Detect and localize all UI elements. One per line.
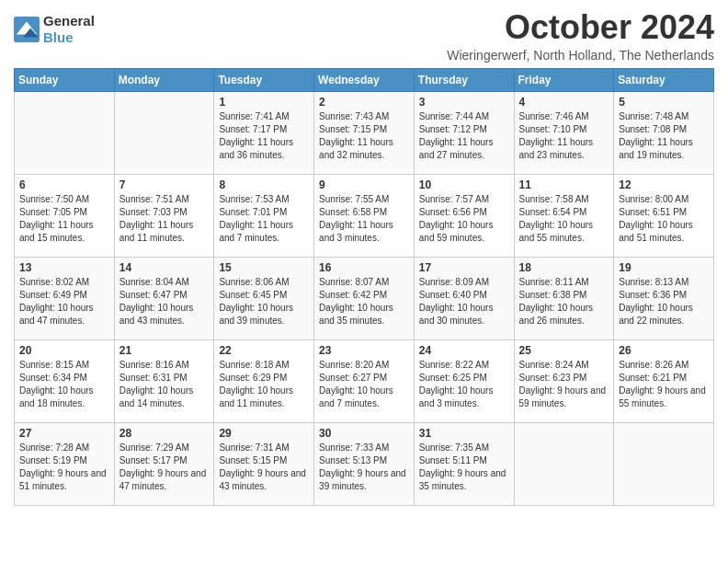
week-row-2: 6Sunrise: 7:50 AM Sunset: 7:05 PM Daylig… [15,174,714,257]
day-info: Sunrise: 7:50 AM Sunset: 7:05 PM Dayligh… [19,193,109,245]
day-number: 8 [219,178,309,191]
logo-icon [14,17,40,42]
calendar-cell: 21Sunrise: 8:16 AM Sunset: 6:31 PM Dayli… [114,339,214,422]
calendar-cell: 9Sunrise: 7:55 AM Sunset: 6:58 PM Daylig… [314,174,415,257]
weekday-header-friday: Friday [514,68,614,91]
location: Wieringerwerf, North Holland, The Nether… [447,48,714,63]
day-number: 29 [219,427,309,440]
day-number: 15 [219,261,309,274]
calendar-cell: 2Sunrise: 7:43 AM Sunset: 7:15 PM Daylig… [314,91,415,174]
day-info: Sunrise: 8:06 AM Sunset: 6:45 PM Dayligh… [219,276,309,327]
calendar-cell [114,91,214,174]
day-number: 27 [19,427,109,440]
calendar-cell: 14Sunrise: 8:04 AM Sunset: 6:47 PM Dayli… [114,257,214,339]
week-row-3: 13Sunrise: 8:02 AM Sunset: 6:49 PM Dayli… [15,257,714,339]
calendar-body: 1Sunrise: 7:41 AM Sunset: 7:17 PM Daylig… [15,91,714,505]
calendar-cell: 19Sunrise: 8:13 AM Sunset: 6:36 PM Dayli… [614,257,714,339]
day-info: Sunrise: 8:00 AM Sunset: 6:51 PM Dayligh… [619,193,709,245]
calendar-page: General Blue October 2024 Wieringerwerf,… [0,0,728,520]
calendar-cell: 18Sunrise: 8:11 AM Sunset: 6:38 PM Dayli… [514,257,614,339]
week-row-5: 27Sunrise: 7:28 AM Sunset: 5:19 PM Dayli… [15,422,714,505]
calendar-cell: 28Sunrise: 7:29 AM Sunset: 5:17 PM Dayli… [114,422,214,505]
calendar-cell: 22Sunrise: 8:18 AM Sunset: 6:29 PM Dayli… [214,339,314,422]
day-number: 6 [19,178,109,191]
day-number: 18 [519,261,609,274]
day-number: 23 [319,344,409,357]
weekday-header-monday: Monday [114,68,214,91]
calendar-cell: 25Sunrise: 8:24 AM Sunset: 6:23 PM Dayli… [514,339,614,422]
weekday-header-tuesday: Tuesday [214,68,314,91]
calendar-cell: 20Sunrise: 8:15 AM Sunset: 6:34 PM Dayli… [15,339,115,422]
day-info: Sunrise: 8:04 AM Sunset: 6:47 PM Dayligh… [119,276,210,327]
calendar-cell: 26Sunrise: 8:26 AM Sunset: 6:21 PM Dayli… [614,339,714,422]
day-info: Sunrise: 8:24 AM Sunset: 6:23 PM Dayligh… [519,359,609,410]
calendar-cell: 1Sunrise: 7:41 AM Sunset: 7:17 PM Daylig… [214,91,314,174]
weekday-header-sunday: Sunday [15,68,115,91]
day-number: 21 [119,344,210,357]
day-info: Sunrise: 7:57 AM Sunset: 6:56 PM Dayligh… [419,193,509,245]
day-info: Sunrise: 8:18 AM Sunset: 6:29 PM Dayligh… [219,359,309,410]
day-number: 31 [419,427,509,440]
day-number: 9 [319,178,409,191]
calendar-cell: 3Sunrise: 7:44 AM Sunset: 7:12 PM Daylig… [414,91,514,174]
month-title: October 2024 [447,9,714,46]
day-info: Sunrise: 7:55 AM Sunset: 6:58 PM Dayligh… [319,193,409,245]
day-number: 30 [319,427,409,440]
day-info: Sunrise: 7:53 AM Sunset: 7:01 PM Dayligh… [219,193,309,245]
day-info: Sunrise: 7:46 AM Sunset: 7:10 PM Dayligh… [519,110,609,162]
calendar-cell: 15Sunrise: 8:06 AM Sunset: 6:45 PM Dayli… [214,257,314,339]
calendar-cell [614,422,714,505]
day-number: 19 [619,261,709,274]
calendar-cell: 24Sunrise: 8:22 AM Sunset: 6:25 PM Dayli… [414,339,514,422]
day-info: Sunrise: 8:15 AM Sunset: 6:34 PM Dayligh… [19,359,109,410]
week-row-1: 1Sunrise: 7:41 AM Sunset: 7:17 PM Daylig… [15,91,714,174]
calendar-cell: 30Sunrise: 7:33 AM Sunset: 5:13 PM Dayli… [314,422,415,505]
calendar-cell [15,91,115,174]
calendar-cell: 8Sunrise: 7:53 AM Sunset: 7:01 PM Daylig… [214,174,314,257]
day-number: 20 [19,344,109,357]
header: General Blue October 2024 Wieringerwerf,… [14,9,714,63]
day-info: Sunrise: 8:02 AM Sunset: 6:49 PM Dayligh… [19,276,109,327]
calendar-cell: 16Sunrise: 8:07 AM Sunset: 6:42 PM Dayli… [314,257,415,339]
calendar-cell: 4Sunrise: 7:46 AM Sunset: 7:10 PM Daylig… [514,91,614,174]
weekday-header-row: SundayMondayTuesdayWednesdayThursdayFrid… [15,68,714,91]
day-number: 22 [219,344,309,357]
weekday-header-saturday: Saturday [614,68,714,91]
day-number: 16 [319,261,409,274]
calendar-table: SundayMondayTuesdayWednesdayThursdayFrid… [14,68,714,506]
day-info: Sunrise: 7:43 AM Sunset: 7:15 PM Dayligh… [319,110,409,162]
day-info: Sunrise: 7:48 AM Sunset: 7:08 PM Dayligh… [619,110,709,162]
day-info: Sunrise: 7:51 AM Sunset: 7:03 PM Dayligh… [119,193,210,245]
calendar-cell: 5Sunrise: 7:48 AM Sunset: 7:08 PM Daylig… [614,91,714,174]
day-number: 17 [419,261,509,274]
day-number: 4 [519,96,609,109]
day-number: 11 [519,178,609,191]
day-number: 26 [619,344,709,357]
day-info: Sunrise: 7:41 AM Sunset: 7:17 PM Dayligh… [219,110,309,162]
calendar-cell: 12Sunrise: 8:00 AM Sunset: 6:51 PM Dayli… [614,174,714,257]
day-info: Sunrise: 7:28 AM Sunset: 5:19 PM Dayligh… [19,442,109,493]
day-info: Sunrise: 7:44 AM Sunset: 7:12 PM Dayligh… [419,110,509,162]
title-block: October 2024 Wieringerwerf, North Hollan… [447,9,714,63]
week-row-4: 20Sunrise: 8:15 AM Sunset: 6:34 PM Dayli… [15,339,714,422]
calendar-cell: 6Sunrise: 7:50 AM Sunset: 7:05 PM Daylig… [15,174,115,257]
day-info: Sunrise: 8:20 AM Sunset: 6:27 PM Dayligh… [319,359,409,410]
weekday-header-thursday: Thursday [414,68,514,91]
day-info: Sunrise: 7:33 AM Sunset: 5:13 PM Dayligh… [319,442,409,493]
logo: General Blue [14,13,95,46]
calendar-cell: 29Sunrise: 7:31 AM Sunset: 5:15 PM Dayli… [214,422,314,505]
calendar-cell: 23Sunrise: 8:20 AM Sunset: 6:27 PM Dayli… [314,339,415,422]
day-info: Sunrise: 8:16 AM Sunset: 6:31 PM Dayligh… [119,359,210,410]
day-info: Sunrise: 7:58 AM Sunset: 6:54 PM Dayligh… [519,193,609,245]
calendar-cell: 11Sunrise: 7:58 AM Sunset: 6:54 PM Dayli… [514,174,614,257]
day-info: Sunrise: 8:26 AM Sunset: 6:21 PM Dayligh… [619,359,709,410]
day-info: Sunrise: 8:09 AM Sunset: 6:40 PM Dayligh… [419,276,509,327]
calendar-cell [514,422,614,505]
day-number: 3 [419,96,509,109]
day-number: 28 [119,427,210,440]
day-number: 2 [319,96,409,109]
calendar-cell: 7Sunrise: 7:51 AM Sunset: 7:03 PM Daylig… [114,174,214,257]
calendar-cell: 31Sunrise: 7:35 AM Sunset: 5:11 PM Dayli… [414,422,514,505]
day-number: 14 [119,261,210,274]
day-info: Sunrise: 8:13 AM Sunset: 6:36 PM Dayligh… [619,276,709,327]
